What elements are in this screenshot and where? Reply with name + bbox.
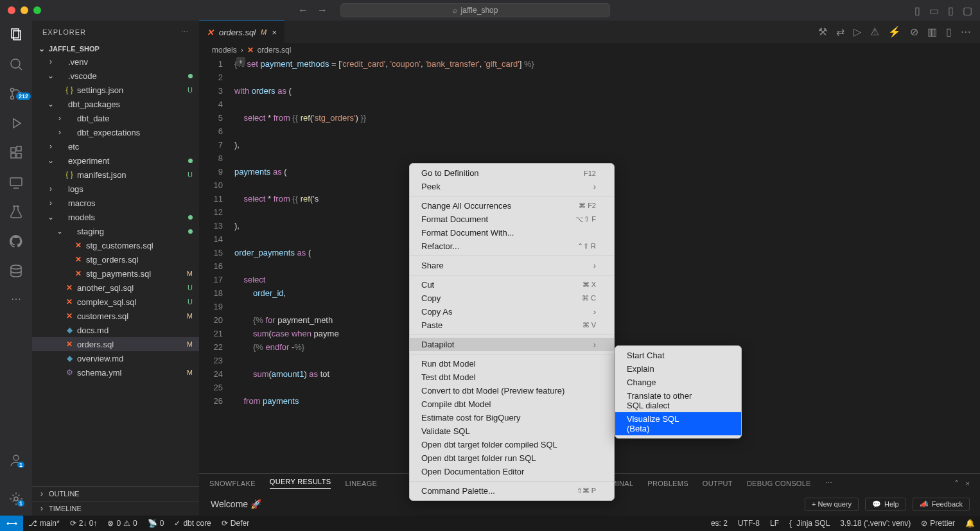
layout-bottom-icon[interactable]: ▭: [929, 4, 939, 17]
compare-icon[interactable]: ⇄: [836, 26, 844, 38]
encoding-indicator[interactable]: UTF-8: [733, 519, 765, 528]
tree-item[interactable]: ›dbt_expectations: [32, 125, 199, 139]
nav-back-icon[interactable]: ←: [298, 4, 308, 16]
menu-item[interactable]: Cut⌘ X: [410, 278, 614, 292]
panel-tab-lineage[interactable]: LINEAGE: [345, 480, 377, 487]
debug-icon[interactable]: [8, 116, 24, 131]
workspace-root[interactable]: ⌄JAFFLE_SHOP: [32, 43, 199, 55]
notifications-icon[interactable]: 🔔: [960, 519, 980, 528]
radio-indicator[interactable]: 📡 0: [143, 519, 170, 528]
chevron-up-icon[interactable]: ⌃: [954, 479, 959, 487]
panel-tab-snowflake[interactable]: SNOWFLAKE: [209, 480, 256, 487]
tree-item[interactable]: ⌄staging: [32, 224, 199, 238]
prettier-indicator[interactable]: ⊘ Prettier: [916, 519, 960, 528]
menu-item[interactable]: Visualize SQL (Beta): [615, 412, 741, 435]
menu-item[interactable]: Go to DefinitionF12: [410, 166, 614, 180]
run-debug-icon[interactable]: ⚡: [888, 26, 901, 38]
close-window-button[interactable]: [8, 6, 15, 14]
validate-icon[interactable]: ⊘: [910, 26, 918, 38]
tree-item[interactable]: ⌄dbt_packages: [32, 97, 199, 111]
menu-item[interactable]: Refactor...⌃⇧ R: [410, 239, 614, 253]
tree-item[interactable]: ✕orders.sqlM: [32, 337, 199, 351]
close-tab-icon[interactable]: ×: [272, 28, 277, 37]
breadcrumb[interactable]: models › ✕ orders.sql: [199, 43, 980, 57]
outline-section[interactable]: ›OUTLINE: [32, 486, 199, 501]
sync-indicator[interactable]: ⟳ 2↓ 0↑: [65, 519, 103, 528]
panel-tab-query-results[interactable]: QUERY RESULTS: [270, 478, 331, 489]
account-icon[interactable]: 1: [8, 453, 24, 468]
nav-forward-icon[interactable]: →: [317, 4, 328, 16]
feedback-button[interactable]: 📣Feedback: [913, 498, 970, 511]
tree-item[interactable]: ›.venv: [32, 55, 199, 69]
menu-item[interactable]: Estimate cost for BigQuery: [410, 411, 614, 424]
panel-tab-output[interactable]: OUTPUT: [703, 480, 733, 487]
layout-right-icon[interactable]: ▯: [948, 4, 954, 17]
tree-item[interactable]: ✕stg_orders.sql: [32, 252, 199, 266]
tree-item[interactable]: ✕complex_sql.sqlU: [32, 295, 199, 309]
menu-item[interactable]: Run dbt Model: [410, 357, 614, 370]
tab-orders-sql[interactable]: ✕ orders.sql M ×: [199, 21, 284, 43]
menu-item[interactable]: Change: [615, 376, 741, 389]
tree-item[interactable]: ⌄models: [32, 210, 199, 224]
tree-item[interactable]: { }settings.jsonU: [32, 83, 199, 97]
menu-item[interactable]: Test dbt Model: [410, 370, 614, 384]
menu-item[interactable]: Copy As›: [410, 305, 614, 318]
new-query-button[interactable]: + New query: [805, 498, 859, 511]
more-icon[interactable]: ⋯: [961, 26, 971, 38]
dbt-core-indicator[interactable]: ✓ dbt core: [169, 519, 216, 528]
testing-icon[interactable]: [8, 204, 24, 220]
help-button[interactable]: 💬Help: [865, 498, 906, 511]
play-icon[interactable]: ▷: [853, 26, 861, 38]
tree-item[interactable]: ›dbt_date: [32, 111, 199, 125]
tree-item[interactable]: ⌄experiment: [32, 153, 199, 168]
problems-indicator[interactable]: ⊗ 0 ⚠ 0: [102, 519, 142, 528]
defer-indicator[interactable]: ⟳ Defer: [216, 519, 254, 528]
menu-item[interactable]: Paste⌘ V: [410, 318, 614, 332]
layout-customize-icon[interactable]: ▢: [963, 4, 972, 17]
menu-item[interactable]: Open Documentation Editor: [410, 465, 614, 478]
github-icon[interactable]: [8, 234, 24, 249]
split-icon[interactable]: ▥: [927, 26, 937, 38]
branch-indicator[interactable]: ⎇ main*: [23, 519, 65, 528]
menu-item[interactable]: Validate SQL: [410, 424, 614, 438]
language-indicator[interactable]: { Jinja SQL: [784, 519, 835, 528]
menu-item[interactable]: Datapilot›: [410, 338, 614, 351]
database-icon[interactable]: [8, 263, 24, 279]
tree-item[interactable]: ✕another_sql.sqlU: [32, 281, 199, 295]
menu-item[interactable]: Start Chat: [615, 349, 741, 362]
menu-item[interactable]: Change All Occurrences⌘ F2: [410, 199, 614, 213]
minimize-window-button[interactable]: [21, 6, 28, 14]
tree-item[interactable]: ⚙schema.ymlM: [32, 365, 199, 379]
settings-icon[interactable]: 1: [8, 491, 24, 507]
run-icon[interactable]: ⚒: [818, 26, 827, 38]
tree-item[interactable]: ◆overview.md: [32, 351, 199, 365]
explorer-icon[interactable]: [8, 27, 24, 42]
menu-item[interactable]: Share›: [410, 259, 614, 272]
command-center[interactable]: ⌕ jaffle_shop: [340, 3, 610, 17]
tree-item[interactable]: ◆docs.md: [32, 323, 199, 337]
remote-explorer-icon[interactable]: [8, 175, 24, 190]
menu-item[interactable]: Translate to other SQL dialect: [615, 389, 741, 412]
tree-item[interactable]: ✕stg_payments.sqlM: [32, 266, 199, 281]
more-icon[interactable]: ⋯: [11, 293, 21, 305]
panel-tab-problems[interactable]: PROBLEMS: [647, 480, 688, 487]
tree-item[interactable]: ›etc: [32, 139, 199, 153]
menu-item[interactable]: Open dbt target folder compiled SQL: [410, 438, 614, 451]
more-icon[interactable]: ⋯: [181, 28, 189, 36]
maximize-window-button[interactable]: [33, 6, 41, 14]
eol-indicator[interactable]: LF: [765, 519, 784, 528]
tree-item[interactable]: ›macros: [32, 196, 199, 210]
menu-item[interactable]: Format Document⌥⇧ F: [410, 213, 614, 226]
layout-icon[interactable]: ▯: [946, 26, 952, 38]
menu-item[interactable]: Copy⌘ C: [410, 292, 614, 305]
bug-icon[interactable]: ⚠: [870, 26, 879, 38]
scm-icon[interactable]: 212: [8, 86, 24, 101]
close-panel-icon[interactable]: ×: [966, 480, 970, 487]
menu-item[interactable]: Convert to dbt Model (Preview feature): [410, 384, 614, 397]
menu-item[interactable]: Explain: [615, 362, 741, 376]
spaces-indicator[interactable]: es: 2: [706, 519, 733, 528]
remote-indicator[interactable]: ⟷: [0, 516, 23, 531]
menu-item[interactable]: Format Document With...: [410, 226, 614, 239]
panel-tab-debug-console[interactable]: DEBUG CONSOLE: [747, 480, 811, 487]
tree-item[interactable]: ⌄.vscode: [32, 69, 199, 83]
